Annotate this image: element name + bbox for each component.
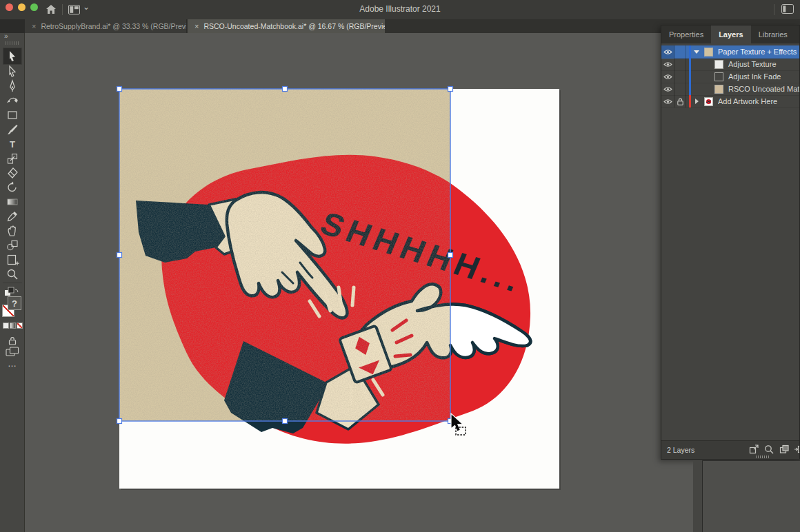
pen-tool-icon[interactable] bbox=[5, 79, 20, 93]
home-icon[interactable] bbox=[44, 3, 58, 17]
layer-color-bar bbox=[686, 70, 692, 83]
gradient-swatch-button[interactable] bbox=[10, 323, 16, 329]
layer-row-adjust-texture[interactable]: Adjust Texture bbox=[661, 58, 799, 71]
layer-count-status: 2 Layers bbox=[667, 446, 694, 454]
layers-panel-footer: 2 Layers bbox=[661, 440, 799, 459]
artboard-tool-icon[interactable] bbox=[5, 253, 20, 267]
toolbar-overflow-icon[interactable]: … bbox=[0, 358, 25, 369]
lock-toggle-empty[interactable] bbox=[674, 83, 686, 95]
titlebar-separator-right bbox=[774, 4, 774, 15]
layer-name[interactable]: Paper Texture + Effects bbox=[718, 48, 797, 56]
layer-thumbnail[interactable] bbox=[714, 85, 723, 94]
layer-thumbnail[interactable] bbox=[704, 97, 713, 106]
none-swatch-button[interactable] bbox=[17, 323, 23, 329]
layer-color-bar bbox=[686, 45, 692, 58]
layer-thumbnail[interactable] bbox=[714, 72, 723, 81]
direct-selection-tool-icon[interactable] bbox=[5, 65, 20, 79]
layer-name[interactable]: Adjust Ink Fade bbox=[728, 72, 781, 81]
traffic-close-button[interactable] bbox=[6, 3, 13, 11]
zoom-tool-icon[interactable] bbox=[5, 267, 20, 281]
toolbar-grip[interactable] bbox=[6, 41, 19, 45]
eraser-tool-icon[interactable] bbox=[5, 166, 20, 180]
lock-toggle-empty[interactable] bbox=[674, 58, 686, 70]
document-tab-label: RSCO-Uncoated-Matchbook.ai* @ 16.67 % (R… bbox=[203, 22, 385, 30]
traffic-minimize-button[interactable] bbox=[18, 3, 26, 11]
dock-background bbox=[702, 460, 800, 532]
layers-panel: Properties Layers Libraries Paper Textur… bbox=[661, 25, 800, 460]
layer-name[interactable]: RSCO Uncoated Matc... bbox=[728, 85, 799, 93]
eyedropper-tool-icon[interactable] bbox=[5, 209, 20, 223]
rectangle-tool-icon[interactable] bbox=[5, 108, 20, 122]
panel-resize-grip[interactable] bbox=[756, 456, 769, 458]
lock-toggle-empty[interactable] bbox=[674, 70, 686, 83]
dock-divider-strip bbox=[693, 460, 702, 532]
fill-unknown-swatch[interactable]: ? bbox=[8, 296, 21, 310]
free-transform-tool-icon[interactable] bbox=[5, 152, 20, 165]
visibility-toggle[interactable] bbox=[661, 95, 674, 108]
close-tab-icon[interactable]: × bbox=[194, 23, 199, 30]
lock-toggle-empty[interactable] bbox=[674, 45, 686, 58]
layer-row-rsco-uncoated[interactable]: RSCO Uncoated Matc... bbox=[661, 83, 799, 96]
toolbar-divider bbox=[3, 283, 22, 283]
expand-chevron-icon[interactable] bbox=[692, 45, 701, 58]
layer-row-adjust-ink-fade[interactable]: Adjust Ink Fade bbox=[661, 70, 799, 83]
chevron-spacer bbox=[692, 83, 701, 95]
chevron-spacer bbox=[692, 58, 701, 70]
tab-properties[interactable]: Properties bbox=[661, 25, 711, 43]
layer-thumbnail[interactable] bbox=[714, 60, 723, 69]
document-tab[interactable]: × RetroSupplyBrand.ai* @ 33.33 % (RGB/Pr… bbox=[25, 19, 187, 33]
toolbar-expand-icon[interactable]: » bbox=[4, 32, 9, 40]
illustrator-window: ⌄ Adobe Illustrator 2021 × RetroSupplyBr… bbox=[0, 0, 800, 532]
new-layer-icon[interactable] bbox=[794, 444, 800, 456]
window-title: Adobe Illustrator 2021 bbox=[0, 4, 800, 14]
layer-color-bar bbox=[686, 83, 692, 95]
paper-grain-overlay bbox=[119, 89, 450, 421]
selection-tool-icon[interactable] bbox=[5, 50, 20, 63]
chevron-spacer bbox=[692, 70, 701, 83]
layer-thumbnail[interactable] bbox=[704, 48, 713, 57]
shape-builder-tool-icon[interactable] bbox=[5, 238, 20, 252]
layer-name[interactable]: Adjust Texture bbox=[728, 60, 777, 68]
type-tool-icon[interactable]: T bbox=[5, 137, 20, 151]
panel-tab-bar: Properties Layers Libraries bbox=[661, 25, 799, 43]
make-clipping-mask-icon[interactable] bbox=[779, 444, 790, 456]
color-swatch-button[interactable] bbox=[3, 323, 9, 329]
layer-row-add-artwork-here[interactable]: Add Artwork Here bbox=[661, 95, 799, 108]
layer-color-bar bbox=[686, 58, 692, 70]
workspace-switcher-icon[interactable] bbox=[68, 5, 80, 17]
gradient-tool-icon[interactable] bbox=[5, 195, 20, 209]
visibility-toggle[interactable] bbox=[661, 58, 674, 70]
titlebar-separator bbox=[62, 4, 63, 15]
close-tab-icon[interactable]: × bbox=[32, 23, 36, 30]
sidebar-toggle-icon[interactable] bbox=[781, 4, 794, 17]
hand-tool-icon[interactable] bbox=[5, 224, 20, 238]
layer-row-paper-texture[interactable]: Paper Texture + Effects bbox=[661, 45, 799, 59]
titlebar: ⌄ Adobe Illustrator 2021 bbox=[0, 0, 800, 20]
paintbrush-tool-icon[interactable] bbox=[5, 123, 20, 136]
matchbook-artwork[interactable]: SHHHHH... bbox=[119, 89, 559, 489]
collect-for-export-icon[interactable] bbox=[748, 444, 759, 456]
rotate-tool-icon[interactable] bbox=[5, 181, 20, 194]
tools-panel: » T bbox=[0, 33, 25, 532]
visibility-toggle[interactable] bbox=[661, 83, 674, 95]
workspace-chevron-icon[interactable]: ⌄ bbox=[83, 2, 90, 12]
curvature-tool-icon[interactable] bbox=[5, 94, 20, 108]
expand-chevron-icon[interactable] bbox=[692, 95, 701, 108]
visibility-toggle[interactable] bbox=[661, 70, 674, 83]
locate-object-icon[interactable] bbox=[763, 444, 774, 456]
lock-icon[interactable] bbox=[674, 95, 686, 108]
document-tab-active[interactable]: × RSCO-Uncoated-Matchbook.ai* @ 16.67 % … bbox=[188, 19, 385, 33]
layer-name[interactable]: Add Artwork Here bbox=[718, 97, 777, 105]
document-tab-label: RetroSupplyBrand.ai* @ 33.33 % (RGB/Prev… bbox=[41, 22, 187, 30]
visibility-toggle[interactable] bbox=[661, 45, 674, 58]
traffic-fullscreen-button[interactable] bbox=[30, 3, 38, 11]
layer-color-bar bbox=[686, 95, 692, 108]
tab-libraries[interactable]: Libraries bbox=[751, 25, 795, 43]
tab-layers[interactable]: Layers bbox=[711, 25, 750, 43]
draw-modes-icon[interactable] bbox=[5, 345, 20, 358]
